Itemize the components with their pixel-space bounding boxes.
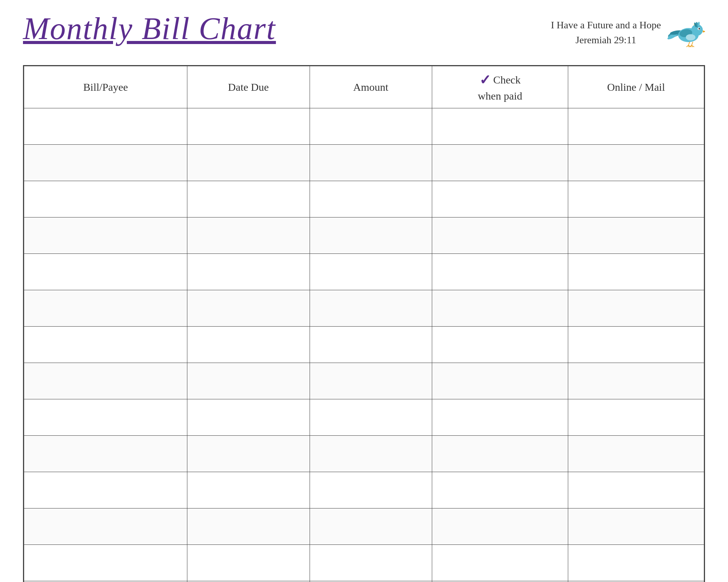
table-cell (432, 108, 568, 145)
bird-icon: ★ (667, 15, 705, 50)
table-cell (24, 399, 187, 436)
table-cell (187, 217, 310, 254)
bird-illustration: ★ (667, 15, 705, 50)
table: Bill/Payee Date Due Amount ✓ Check (24, 66, 704, 582)
table-cell (24, 436, 187, 472)
col-header-amount: Amount (310, 66, 432, 108)
table-cell (568, 508, 704, 545)
table-row (24, 545, 704, 581)
table-cell (310, 290, 432, 327)
table-cell (568, 436, 704, 472)
col-header-bill: Bill/Payee (24, 66, 187, 108)
table-cell (187, 399, 310, 436)
table-row (24, 508, 704, 545)
svg-line-10 (689, 42, 690, 45)
table-row (24, 363, 704, 399)
table-cell (432, 327, 568, 363)
table-cell (568, 472, 704, 508)
table-cell (568, 290, 704, 327)
table-cell (432, 363, 568, 399)
table-cell (187, 290, 310, 327)
table-row (24, 472, 704, 508)
table-header-row: Bill/Payee Date Due Amount ✓ Check (24, 66, 704, 108)
table-cell (310, 217, 432, 254)
table-cell (568, 327, 704, 363)
table-cell (24, 254, 187, 290)
table-cell (432, 217, 568, 254)
table-cell (24, 290, 187, 327)
check-mark-symbol: ✓ (479, 71, 491, 89)
table-cell (24, 145, 187, 181)
table-cell (432, 254, 568, 290)
col-header-online: Online / Mail (568, 66, 704, 108)
table-cell (187, 254, 310, 290)
table-row (24, 436, 704, 472)
table-cell (310, 254, 432, 290)
quote-line1: I Have a Future and a Hope (551, 18, 661, 33)
table-cell (187, 108, 310, 145)
col-header-date: Date Due (187, 66, 310, 108)
table-row (24, 399, 704, 436)
table-cell (568, 108, 704, 145)
table-cell (310, 327, 432, 363)
quote-text: I Have a Future and a Hope Jeremiah 29:1… (551, 18, 661, 47)
table-cell (24, 108, 187, 145)
table-row (24, 217, 704, 254)
table-cell (432, 508, 568, 545)
header-right: I Have a Future and a Hope Jeremiah 29:1… (551, 15, 705, 50)
table-cell (24, 545, 187, 581)
table-row (24, 181, 704, 217)
table-cell (568, 545, 704, 581)
table-cell (24, 472, 187, 508)
table-cell (24, 327, 187, 363)
check-word: Check (493, 73, 521, 87)
table-body (24, 108, 704, 582)
table-cell (187, 472, 310, 508)
svg-point-9 (686, 34, 695, 41)
table-cell (432, 545, 568, 581)
table-cell (568, 217, 704, 254)
table-cell (187, 436, 310, 472)
table-cell (310, 363, 432, 399)
table-row (24, 254, 704, 290)
table-cell (24, 363, 187, 399)
table-cell (24, 181, 187, 217)
table-cell (187, 508, 310, 545)
check-when: when paid (478, 89, 522, 103)
table-cell (187, 145, 310, 181)
svg-line-11 (687, 45, 689, 47)
table-cell (310, 181, 432, 217)
table-row (24, 290, 704, 327)
table-row (24, 108, 704, 145)
quote-line2: Jeremiah 29:11 (551, 33, 661, 47)
header-right-content: I Have a Future and a Hope Jeremiah 29:1… (551, 15, 705, 50)
col-header-check: ✓ Check when paid (432, 66, 568, 108)
table-cell (568, 145, 704, 181)
table-row (24, 145, 704, 181)
table-cell (568, 254, 704, 290)
table-cell (310, 108, 432, 145)
table-cell (432, 472, 568, 508)
table-cell (24, 508, 187, 545)
table-cell (432, 181, 568, 217)
table-cell (310, 145, 432, 181)
svg-marker-8 (703, 30, 705, 33)
table-cell (187, 181, 310, 217)
header: Monthly Bill Chart I Have a Future and a… (23, 11, 705, 54)
table-cell (310, 472, 432, 508)
table-cell (187, 545, 310, 581)
table-cell (432, 290, 568, 327)
page-title: Monthly Bill Chart (23, 11, 276, 46)
table-cell (187, 363, 310, 399)
table-cell (187, 327, 310, 363)
table-row (24, 327, 704, 363)
table-cell (568, 181, 704, 217)
table-cell (310, 399, 432, 436)
table-cell (568, 399, 704, 436)
table-cell (310, 545, 432, 581)
table-cell (568, 363, 704, 399)
table-cell (432, 436, 568, 472)
table-cell (24, 217, 187, 254)
table-cell (432, 145, 568, 181)
table-cell (310, 508, 432, 545)
